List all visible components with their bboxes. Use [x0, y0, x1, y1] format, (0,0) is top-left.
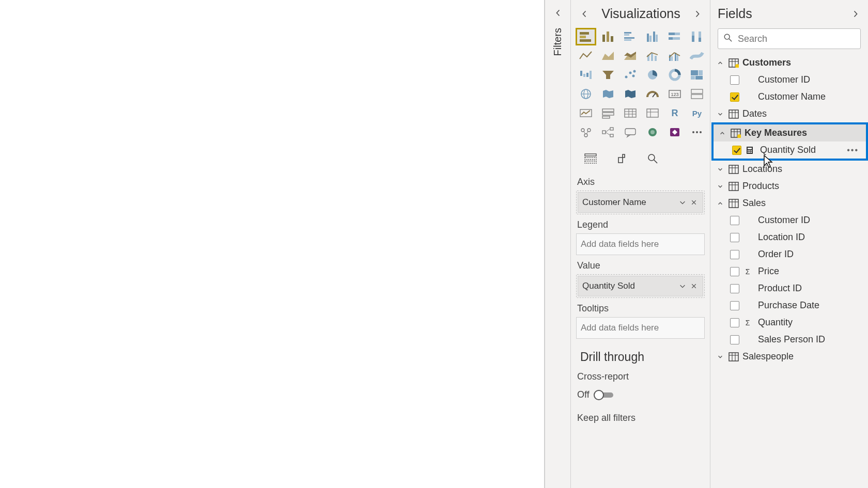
- matrix-icon[interactable]: [643, 105, 662, 121]
- shape-map-icon[interactable]: [621, 86, 640, 102]
- remove-icon[interactable]: [688, 280, 700, 292]
- format-tab-icon[interactable]: [613, 151, 630, 166]
- filters-panel-collapsed[interactable]: Filters: [545, 0, 571, 488]
- chevron-down-icon[interactable]: [677, 197, 688, 208]
- svg-rect-5: [611, 36, 613, 42]
- r-visual-icon[interactable]: R: [665, 105, 685, 121]
- more-visuals-icon[interactable]: [687, 124, 707, 140]
- axis-well[interactable]: Customer Name: [576, 191, 705, 214]
- svg-line-73: [606, 129, 610, 132]
- tooltips-well[interactable]: Add data fields here: [576, 317, 705, 339]
- checkbox-checked[interactable]: [730, 92, 739, 102]
- treemap-icon[interactable]: [687, 67, 707, 83]
- value-pill-quantity-sold[interactable]: Quantity Sold: [578, 276, 703, 296]
- chevron-up-icon: [718, 129, 727, 138]
- fields-panel: Fields Customers Customer ID Customer Na…: [710, 0, 868, 488]
- search-input[interactable]: [738, 34, 858, 44]
- legend-well[interactable]: Add data fields here: [576, 233, 705, 255]
- area-chart-icon[interactable]: [598, 48, 618, 64]
- svg-rect-50: [691, 95, 703, 99]
- collapse-viz-panel[interactable]: [578, 8, 591, 20]
- field-sales-price[interactable]: ΣPrice: [711, 263, 868, 280]
- field-sales-order-id[interactable]: Order ID: [711, 246, 868, 263]
- checkbox[interactable]: [730, 335, 739, 344]
- slicer-icon[interactable]: [598, 105, 618, 121]
- ribbon-chart-icon[interactable]: [687, 48, 707, 64]
- visualization-type-grid: 123 R Py: [571, 26, 710, 144]
- checkbox[interactable]: [730, 318, 739, 327]
- checkbox[interactable]: [730, 250, 739, 259]
- waterfall-chart-icon[interactable]: [576, 67, 596, 83]
- checkbox[interactable]: [730, 75, 739, 85]
- analytics-tab-icon[interactable]: [644, 151, 661, 166]
- more-options-icon[interactable]: •••: [847, 146, 862, 155]
- checkbox[interactable]: [730, 284, 739, 293]
- value-well-label: Value: [577, 260, 705, 271]
- cross-report-toggle[interactable]: Off: [576, 386, 705, 402]
- table-salespeople[interactable]: Salespeople: [711, 348, 868, 365]
- line-chart-icon[interactable]: [576, 48, 596, 64]
- svg-line-46: [653, 93, 656, 97]
- gauge-icon[interactable]: [643, 86, 662, 102]
- kpi-icon[interactable]: [576, 105, 596, 121]
- qa-visual-icon[interactable]: [621, 124, 640, 140]
- chevron-down-icon[interactable]: [677, 280, 688, 292]
- checkbox[interactable]: [730, 216, 739, 225]
- fields-search[interactable]: [718, 28, 861, 49]
- scatter-chart-icon[interactable]: [621, 67, 640, 83]
- field-customer-id[interactable]: Customer ID: [711, 71, 868, 88]
- field-quantity-sold[interactable]: Quantity Sold •••: [714, 141, 866, 159]
- checkbox[interactable]: [730, 233, 739, 242]
- fields-tab-icon[interactable]: [582, 151, 599, 166]
- donut-chart-icon[interactable]: [665, 67, 685, 83]
- expand-viz-panel[interactable]: [691, 8, 704, 20]
- svg-rect-119: [729, 199, 738, 208]
- field-sales-quantity[interactable]: ΣQuantity: [711, 314, 868, 331]
- field-sales-purchase-date[interactable]: Purchase Date: [711, 297, 868, 314]
- checkbox[interactable]: [730, 301, 739, 310]
- keep-all-filters-label: Keep all filters: [576, 410, 705, 426]
- key-influencers-icon[interactable]: [576, 124, 596, 140]
- field-customer-name[interactable]: Customer Name: [711, 88, 868, 105]
- table-locations[interactable]: Locations: [711, 161, 868, 178]
- pie-chart-icon[interactable]: [643, 67, 662, 83]
- svg-line-69: [586, 131, 588, 134]
- filled-map-icon[interactable]: [598, 86, 618, 102]
- svg-point-79: [692, 131, 694, 133]
- table-products[interactable]: Products: [711, 178, 868, 195]
- remove-icon[interactable]: [688, 197, 700, 208]
- checkbox-checked[interactable]: [732, 146, 741, 155]
- report-canvas[interactable]: [0, 0, 545, 488]
- multi-row-card-icon[interactable]: [687, 86, 707, 102]
- axis-pill-customer-name[interactable]: Customer Name: [578, 192, 703, 213]
- value-well[interactable]: Quantity Sold: [576, 274, 705, 298]
- table-key-measures[interactable]: Key Measures: [714, 124, 866, 141]
- field-sales-product-id[interactable]: Product ID: [711, 280, 868, 297]
- stacked-column-chart-icon[interactable]: [598, 28, 618, 45]
- expand-fields-panel[interactable]: [849, 8, 862, 20]
- checkbox[interactable]: [730, 267, 739, 276]
- powerapps-visual-icon[interactable]: [665, 124, 685, 140]
- table-icon[interactable]: [621, 105, 640, 121]
- line-stacked-column-icon[interactable]: [643, 48, 662, 64]
- table-dates[interactable]: Dates: [711, 105, 868, 122]
- clustered-column-chart-icon[interactable]: [643, 28, 662, 45]
- field-sales-customer-id[interactable]: Customer ID: [711, 212, 868, 229]
- field-sales-sales-person-id[interactable]: Sales Person ID: [711, 331, 868, 348]
- arcgis-map-icon[interactable]: [643, 124, 662, 140]
- card-icon[interactable]: 123: [665, 86, 685, 102]
- stacked-area-chart-icon[interactable]: [621, 48, 640, 64]
- svg-rect-4: [607, 32, 609, 42]
- decomposition-tree-icon[interactable]: [598, 124, 618, 140]
- table-customers[interactable]: Customers: [711, 54, 868, 71]
- line-clustered-column-icon[interactable]: [665, 48, 685, 64]
- hundred-stacked-bar-icon[interactable]: [665, 28, 685, 45]
- stacked-bar-chart-icon[interactable]: [576, 28, 596, 45]
- clustered-bar-chart-icon[interactable]: [621, 28, 640, 45]
- hundred-stacked-column-icon[interactable]: [687, 28, 707, 45]
- python-visual-icon[interactable]: Py: [687, 105, 707, 121]
- table-sales[interactable]: Sales: [711, 195, 868, 212]
- funnel-chart-icon[interactable]: [598, 67, 618, 83]
- map-icon[interactable]: [576, 86, 596, 102]
- field-sales-location-id[interactable]: Location ID: [711, 229, 868, 246]
